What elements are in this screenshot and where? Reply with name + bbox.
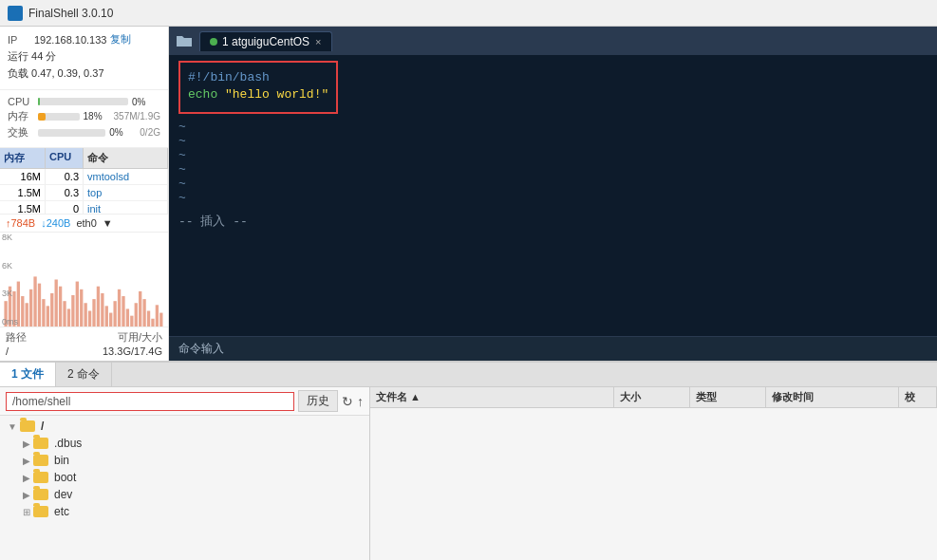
proc-mem-1: 1.5M	[0, 185, 46, 200]
bottom-panel: 1 文件 2 命令 历史 ↻ ↑ ▼ /	[0, 361, 937, 560]
tilde-2: ~	[178, 148, 928, 162]
folder-icon	[33, 472, 48, 483]
sidebar: IP 192.168.10.133 复制 运行 44 分 负载 0.47, 0.…	[0, 27, 169, 361]
svg-rect-18	[80, 289, 83, 327]
col-cpu[interactable]: CPU	[46, 148, 84, 168]
disk-path-label: 路径	[6, 330, 27, 345]
svg-rect-8	[38, 284, 41, 327]
runtime-value: 运行 44 分	[8, 49, 56, 64]
svg-rect-6	[29, 289, 32, 327]
disk-size-label: 可用/大小	[118, 330, 162, 345]
command-input-label: 命令输入	[178, 342, 224, 355]
history-button[interactable]: 历史	[298, 390, 338, 412]
upload-icon[interactable]: ↑	[357, 394, 364, 409]
bottom-tab-bar: 1 文件 2 命令	[0, 363, 937, 387]
col-size[interactable]: 大小	[614, 387, 690, 407]
svg-rect-10	[47, 306, 49, 327]
svg-rect-30	[130, 316, 133, 327]
refresh-icon[interactable]: ↻	[342, 394, 353, 409]
app-title: FinalShell 3.0.10	[28, 7, 113, 20]
svg-rect-20	[88, 311, 91, 327]
item-expand-icon: ▶	[23, 473, 30, 483]
proc-cmd-2: init	[84, 201, 168, 214]
net-upload: ↑784B	[6, 217, 35, 229]
svg-rect-24	[105, 306, 108, 327]
table-row[interactable]: 16M 0.3 vmtoolsd	[0, 169, 168, 185]
bottom-tab-commands[interactable]: 2 命令	[56, 363, 112, 386]
svg-rect-3	[17, 282, 20, 327]
svg-rect-28	[122, 296, 124, 327]
proc-cpu-0: 0.3	[46, 169, 84, 184]
list-item[interactable]: ⊞ etc	[0, 503, 369, 520]
editor-box: #!/bin/bash echo "hello world!"	[178, 61, 338, 114]
svg-rect-0	[4, 301, 7, 327]
folder-icon-button[interactable]	[173, 29, 196, 52]
col-cmd[interactable]: 命令	[84, 148, 168, 168]
svg-rect-29	[126, 308, 129, 327]
load-value: 负载 0.47, 0.39, 0.37	[8, 66, 104, 81]
list-item[interactable]: ▶ .dbus	[0, 435, 369, 452]
bottom-tab-files[interactable]: 1 文件	[0, 363, 56, 386]
mem-label: 内存	[8, 109, 34, 123]
insert-mode-indicator: -- 插入 --	[178, 213, 928, 230]
net-dropdown-icon[interactable]: ▼	[103, 217, 113, 229]
echo-cmd: echo	[188, 87, 225, 102]
svg-rect-17	[76, 282, 79, 327]
svg-rect-14	[63, 301, 66, 327]
svg-rect-4	[21, 296, 24, 327]
col-mtime[interactable]: 修改时间	[766, 387, 899, 407]
svg-rect-34	[147, 311, 150, 327]
folder-icon	[33, 438, 48, 449]
path-input[interactable]	[6, 392, 294, 411]
file-tree: ▼ / ▶ .dbus ▶ bin ▶	[0, 416, 369, 560]
svg-rect-1	[9, 287, 11, 327]
cpu-bar	[38, 98, 40, 105]
col-mem[interactable]: 内存	[0, 148, 46, 168]
svg-rect-21	[92, 299, 95, 327]
proc-mem-2: 1.5M	[0, 201, 46, 214]
svg-rect-12	[55, 280, 58, 327]
svg-rect-36	[156, 305, 159, 327]
file-table-header: 文件名 ▲ 大小 类型 修改时间 校	[370, 387, 937, 408]
col-filename[interactable]: 文件名 ▲	[370, 387, 614, 407]
table-row[interactable]: 1.5M 0.3 top	[0, 185, 168, 201]
proc-cmd-1: top	[84, 185, 168, 200]
network-chart: 8K 6K 3K 0ms	[0, 232, 168, 327]
terminal-section: 1 atguiguCentOS × #!/bin/bash echo "hell…	[169, 27, 937, 361]
cpu-percent: 0%	[132, 97, 160, 107]
title-bar: FinalShell 3.0.10	[0, 0, 937, 27]
command-input-bar: 命令输入	[169, 336, 937, 361]
file-tree-item-label: dev	[54, 488, 72, 501]
cpu-label: CPU	[8, 96, 34, 107]
terminal-content[interactable]: #!/bin/bash echo "hello world!" ~ ~ ~ ~ …	[169, 55, 937, 336]
table-row[interactable]: 1.5M 0 init	[0, 201, 168, 214]
ip-value: 192.168.10.133	[34, 34, 106, 46]
col-type[interactable]: 类型	[690, 387, 766, 407]
list-item[interactable]: ▶ dev	[0, 486, 369, 503]
terminal-tab-1[interactable]: 1 atguiguCentOS ×	[199, 31, 332, 51]
swap-size: 0/2G	[140, 127, 160, 138]
folder-icon	[33, 506, 48, 517]
list-item[interactable]: ▶ boot	[0, 469, 369, 486]
list-item[interactable]: ▶ bin	[0, 452, 369, 469]
cpu-stat: CPU 0% 内存 18% 357M/1.9G 交换	[0, 90, 168, 148]
tab-close-button[interactable]: ×	[315, 36, 321, 47]
copy-ip-button[interactable]: 复制	[110, 32, 131, 47]
col-checksum[interactable]: 校	[899, 387, 937, 407]
svg-rect-16	[71, 295, 74, 327]
root-folder-icon	[20, 420, 35, 432]
file-table-body	[370, 408, 937, 560]
svg-rect-26	[113, 301, 116, 327]
tab-label: 1 atguiguCentOS	[222, 35, 309, 48]
disk-avail-value: 13.3G/17.4G	[103, 345, 162, 357]
disk-path-value: /	[6, 345, 9, 357]
file-tree-root[interactable]: ▼ /	[0, 418, 369, 435]
network-stats: ↑784B ↓240B eth0 ▼	[0, 214, 168, 232]
sidebar-connection-info: IP 192.168.10.133 复制 运行 44 分 负载 0.47, 0.…	[0, 27, 168, 90]
file-tree-panel: 历史 ↻ ↑ ▼ / ▶ .dbus	[0, 387, 370, 560]
file-tree-item-label: .dbus	[54, 437, 82, 450]
proc-mem-0: 16M	[0, 169, 46, 184]
proc-cpu-1: 0.3	[46, 185, 84, 200]
file-tree-item-label: etc	[54, 505, 69, 518]
proc-cmd-0: vmtoolsd	[84, 169, 168, 184]
